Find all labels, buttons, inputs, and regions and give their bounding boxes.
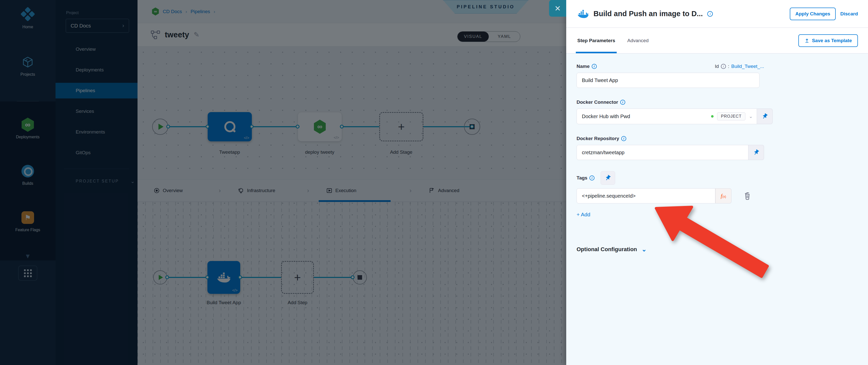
- add-tag-link[interactable]: + Add: [577, 212, 590, 218]
- save-as-template-button[interactable]: Save as Template: [798, 34, 858, 47]
- tab-label: Step Parameters: [577, 38, 615, 43]
- docker-connector-value: Docker Hub with Pwd: [582, 114, 708, 119]
- upload-icon: [804, 38, 809, 43]
- discard-button[interactable]: Discard: [840, 11, 858, 17]
- docker-connector-label: Docker Connector i: [577, 99, 625, 105]
- step-parameters-form: Name i Id i : Build_Tweet_... Docker Con…: [566, 54, 868, 365]
- name-field-label: Name i: [577, 64, 597, 69]
- tags-label: Tags i: [577, 175, 594, 181]
- info-icon[interactable]: i: [721, 64, 726, 69]
- close-drawer-button[interactable]: ✕: [549, 0, 566, 17]
- name-input[interactable]: [577, 73, 760, 88]
- info-icon[interactable]: i: [589, 176, 594, 181]
- expression-fx-button[interactable]: f(x): [715, 188, 732, 204]
- pushpin-icon: [762, 113, 768, 120]
- id-label: Id: [715, 64, 719, 69]
- step-id-reference: Id i : Build_Tweet_...: [715, 64, 764, 69]
- connector-scope-badge: PROJECT: [717, 112, 745, 120]
- step-config-panel: Build and Push an image to D... i Apply …: [566, 0, 868, 365]
- info-icon[interactable]: i: [707, 11, 713, 17]
- optional-configuration-toggle[interactable]: Optional Configuration ⌄: [577, 246, 868, 253]
- step-title: Build and Push an image to D...: [593, 9, 703, 18]
- info-icon[interactable]: i: [592, 64, 597, 69]
- tag-row: f(x): [577, 188, 868, 204]
- connector-status-dot: [711, 115, 714, 118]
- connector-runtime-pin-button[interactable]: [757, 109, 773, 124]
- pushpin-icon: [753, 149, 760, 156]
- tab-step-parameters[interactable]: Step Parameters: [577, 28, 615, 53]
- docker-connector-field: Docker Hub with Pwd PROJECT ⌄: [577, 109, 868, 124]
- docker-repository-label: Docker Repository i: [577, 136, 626, 141]
- repository-runtime-pin-button[interactable]: [748, 145, 764, 160]
- modal-dim-overlay: [0, 0, 566, 365]
- tag-value-input[interactable]: [577, 188, 715, 204]
- tab-label: Advanced: [627, 38, 649, 43]
- tags-runtime-pin-button[interactable]: [600, 171, 615, 185]
- trash-icon: [743, 191, 752, 200]
- info-icon[interactable]: i: [621, 136, 626, 141]
- info-icon[interactable]: i: [620, 100, 625, 105]
- docker-repository-field: [577, 145, 868, 160]
- pushpin-icon: [604, 175, 611, 181]
- apply-changes-button[interactable]: Apply Changes: [790, 7, 836, 20]
- panel-tab-bar: Step Parameters Advanced Save as Templat…: [566, 28, 868, 54]
- chevron-down-icon: ⌄: [749, 114, 753, 119]
- optional-configuration-label: Optional Configuration: [577, 246, 637, 253]
- docker-whale-icon: [577, 9, 589, 19]
- tab-advanced[interactable]: Advanced: [627, 28, 649, 53]
- delete-tag-button[interactable]: [743, 191, 752, 201]
- save-as-template-label: Save as Template: [812, 38, 852, 43]
- docker-repository-input[interactable]: [577, 145, 748, 160]
- docker-connector-select[interactable]: Docker Hub with Pwd PROJECT ⌄: [577, 109, 757, 124]
- step-panel-header: Build and Push an image to D... i Apply …: [566, 0, 868, 28]
- step-id-link[interactable]: Build_Tweet_...: [731, 64, 764, 69]
- close-icon: ✕: [554, 4, 561, 12]
- id-separator: :: [728, 64, 729, 69]
- chevron-down-icon: ⌄: [642, 246, 647, 253]
